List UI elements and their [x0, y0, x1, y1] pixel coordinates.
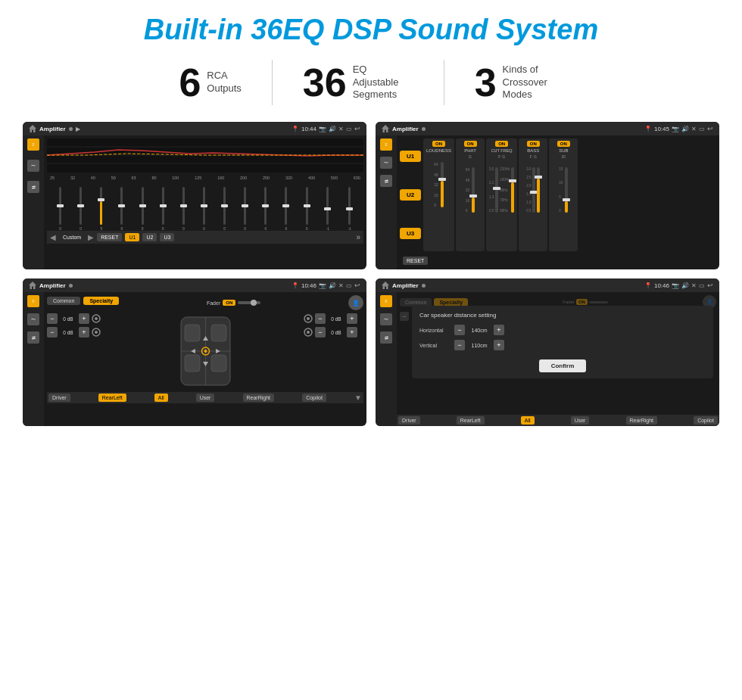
slider-7[interactable]: 0 — [203, 187, 205, 231]
home-icon-2[interactable] — [382, 125, 389, 132]
u2-channel-btn[interactable]: U2 — [400, 189, 421, 201]
slider-0[interactable]: 0 — [59, 187, 61, 231]
split-sidebar-icon-3[interactable]: ⇌ — [27, 331, 39, 344]
freq-63: 63 — [132, 176, 136, 180]
s4-all-btn[interactable]: All — [521, 416, 535, 425]
custom-btn[interactable]: Custom — [59, 233, 85, 241]
more-icon[interactable]: » — [356, 233, 360, 241]
split-sidebar-icon-4[interactable]: ⇌ — [380, 331, 392, 344]
bass-sliders[interactable]: 3.02.52.01.51.00.5 — [526, 160, 540, 213]
wave-sidebar-icon-2[interactable]: 〜 — [380, 157, 392, 169]
right-db-row-2: − 0 dB + — [303, 327, 363, 338]
slider-3[interactable]: 0 — [120, 187, 123, 231]
s4-driver-btn[interactable]: Driver — [398, 416, 420, 425]
vertical-plus[interactable]: + — [494, 340, 504, 350]
person-icon-3[interactable]: 👤 — [348, 295, 363, 310]
slider-6[interactable]: 0 — [182, 187, 185, 231]
right-plus-1[interactable]: + — [347, 313, 357, 324]
u1-channel-btn[interactable]: U1 — [400, 151, 421, 162]
wave-sidebar-icon-3[interactable]: 〜 — [27, 313, 39, 325]
s4-user-btn[interactable]: User — [571, 416, 590, 425]
split-sidebar-icon[interactable]: ⇌ — [27, 181, 39, 193]
home-icon-4[interactable] — [382, 282, 389, 289]
eq-sidebar-icon-4[interactable]: ≡ — [380, 295, 392, 307]
left-plus-2[interactable]: + — [79, 327, 89, 338]
slider-2[interactable]: 5 — [100, 187, 102, 231]
screen3-bottom-bar: Driver RearLeft All User RearRight Copil… — [47, 392, 363, 403]
right-minus-2[interactable]: − — [315, 327, 326, 338]
slider-12[interactable]: 0 — [306, 187, 308, 231]
sub-label: SUB — [559, 148, 568, 153]
status-dot-3 — [69, 284, 73, 288]
u3-channel-btn[interactable]: U3 — [400, 228, 421, 239]
wave-sidebar-icon-4[interactable]: 〜 — [380, 313, 392, 325]
fader-slider[interactable] — [238, 301, 260, 304]
fader-on-btn[interactable]: ON — [223, 300, 235, 306]
loudness-on[interactable]: ON — [432, 141, 445, 147]
all-btn[interactable]: All — [154, 394, 168, 402]
next-arrow[interactable]: ▶ — [88, 233, 94, 241]
horizontal-plus[interactable]: + — [494, 325, 504, 335]
screen3-app-title: Amplifier — [39, 282, 66, 289]
split-sidebar-icon-2[interactable]: ⇌ — [380, 175, 392, 187]
s2-reset-btn[interactable]: RESET — [403, 257, 428, 265]
rearright-btn[interactable]: RearRight — [243, 394, 275, 402]
screen3-tabs: Common Specialty — [47, 297, 119, 305]
loudness-slider[interactable]: 644832160 — [434, 154, 444, 207]
main-title: Built-in 36EQ DSP Sound System — [23, 14, 719, 46]
s4-rearleft-btn[interactable]: RearLeft — [457, 416, 485, 425]
u3-btn[interactable]: U3 — [160, 233, 174, 241]
slider-9[interactable]: 0 — [244, 187, 246, 231]
home-icon[interactable] — [29, 125, 36, 132]
right-plus-2[interactable]: + — [347, 327, 357, 338]
copilot-btn[interactable]: Copilot — [302, 394, 326, 402]
slider-1[interactable]: 0 — [80, 187, 82, 231]
vertical-minus[interactable]: − — [454, 340, 465, 350]
tab-common-3[interactable]: Common — [47, 297, 80, 305]
cutfreq-on[interactable]: ON — [495, 141, 508, 147]
sub-scale: 151050 — [559, 167, 563, 213]
s4-rearright-btn[interactable]: RearRight — [626, 416, 658, 425]
rearleft-btn[interactable]: RearLeft — [98, 394, 126, 402]
right-minus-1[interactable]: − — [315, 313, 326, 324]
left-db-2: 0 dB — [59, 330, 77, 335]
slider-10[interactable]: 0 — [264, 187, 267, 231]
slider-13[interactable]: -1 — [326, 187, 329, 231]
down-arrow-3[interactable]: ▼ — [354, 394, 362, 402]
home-icon-3[interactable] — [29, 282, 36, 289]
left-minus-1[interactable]: − — [47, 313, 58, 324]
phat-slider[interactable]: 644832160 — [466, 160, 475, 213]
topbar3-right: 📍 10:46 📷 🔊 ✕ ▭ ↩ — [292, 282, 360, 289]
eq-sidebar-icon-3[interactable]: ≡ — [27, 295, 39, 307]
screen3-main: Common Specialty Fader ON 👤 — [44, 292, 366, 426]
wave-sidebar-icon[interactable]: 〜 — [27, 160, 39, 172]
left-controls: − 0 dB + − 0 dB + — [47, 313, 108, 389]
fader-row: Fader ON — [207, 300, 260, 306]
driver-btn[interactable]: Driver — [48, 394, 70, 402]
tab-specialty-3[interactable]: Specialty — [83, 297, 119, 305]
bass-on[interactable]: ON — [527, 141, 540, 147]
s4-copilot-btn[interactable]: Copilot — [694, 416, 718, 425]
u1-btn[interactable]: U1 — [125, 233, 139, 241]
phat-on[interactable]: ON — [464, 141, 477, 147]
user-btn[interactable]: User — [196, 394, 215, 402]
slider-14[interactable]: -1 — [348, 187, 351, 231]
prev-arrow[interactable]: ◀ — [50, 233, 56, 241]
cutfreq-sliders[interactable]: 3.02.11.30.5 120Hz100Hz80Hz70Hz60Hz — [489, 160, 514, 213]
slider-5[interactable]: 0 — [162, 187, 164, 231]
eq-svg — [47, 138, 363, 173]
slider-4[interactable]: 0 — [142, 187, 144, 231]
u2-btn[interactable]: U2 — [142, 233, 157, 241]
confirm-button[interactable]: Confirm — [539, 359, 587, 372]
slider-8[interactable]: 0 — [223, 187, 226, 231]
slider-11[interactable]: 0 — [285, 187, 287, 231]
eq-sidebar-icon[interactable]: ≡ — [27, 138, 39, 151]
sub-slider[interactable]: 151050 — [559, 160, 568, 213]
sub-on[interactable]: ON — [557, 141, 570, 147]
reset-btn[interactable]: RESET — [97, 233, 122, 241]
horizontal-minus[interactable]: − — [454, 325, 465, 335]
left-plus-1[interactable]: + — [79, 313, 89, 324]
screen3-sidebar: ≡ 〜 ⇌ — [23, 292, 44, 426]
eq-sidebar-icon-2[interactable]: ≡ — [380, 138, 392, 151]
left-minus-2[interactable]: − — [47, 327, 58, 338]
